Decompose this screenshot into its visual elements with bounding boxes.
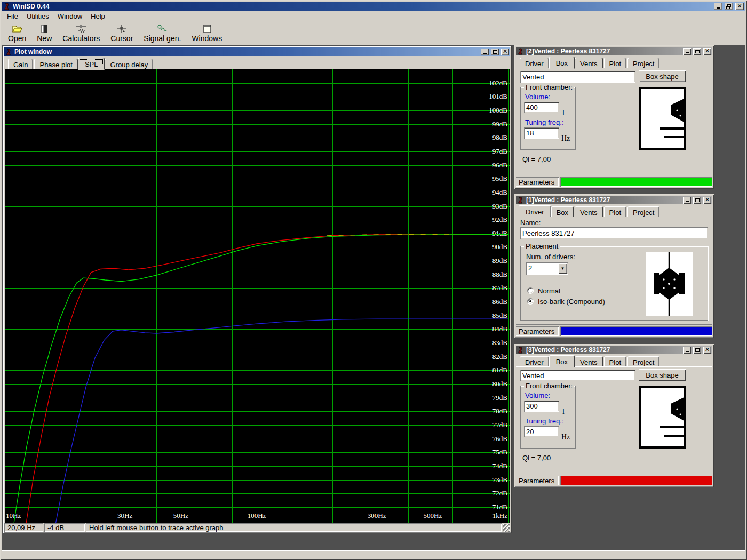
spl-red-curve[interactable] (23, 234, 508, 523)
maximize-button[interactable] (693, 48, 701, 55)
windows-button[interactable]: Windows (186, 22, 227, 45)
plot-window: Plot window ✕ Gain Phase plot SPL Group … (3, 46, 512, 533)
menu-utilities[interactable]: Utilities (22, 12, 53, 21)
calculators-button[interactable]: Calculators (57, 22, 105, 45)
signal-generator-icon (156, 24, 169, 34)
box-shape-button[interactable]: Box shape (639, 70, 686, 82)
winisd-application-window: WinISD 0.44 ✕ File Utilities Window Help… (0, 0, 747, 560)
tuning-freq-input[interactable] (524, 426, 559, 437)
y-axis-tick-label: 75dB (492, 448, 508, 456)
maximize-button[interactable] (693, 347, 701, 354)
plot-window-titlebar[interactable]: Plot window ✕ (4, 47, 510, 56)
minimize-button[interactable] (683, 347, 691, 354)
ql-value: Ql = 7,00 (522, 454, 551, 462)
y-axis-tick-label: 99dB (492, 120, 508, 128)
box-type-field[interactable] (520, 370, 635, 381)
project-2-titlebar[interactable]: [2]Vented : Peerless 831727 ✕ (516, 47, 712, 55)
y-axis-tick-label: 78dB (492, 407, 508, 415)
menu-window[interactable]: Window (53, 12, 86, 21)
x-axis-tick-label: 50Hz (173, 511, 188, 519)
close-button[interactable]: ✕ (703, 197, 711, 204)
driver-name-input[interactable] (520, 227, 708, 239)
volume-input[interactable] (524, 401, 559, 412)
tab-driver[interactable]: Driver (520, 58, 549, 68)
y-axis-tick-label: 97dB (492, 147, 508, 155)
open-button[interactable]: Open (3, 22, 31, 45)
new-document-icon (38, 24, 50, 34)
spl-chart[interactable]: 102dB101dB100dB99dB98dB97dB96dB95dB94dB9… (5, 69, 510, 523)
num-drivers-combo[interactable]: 2 ▼ (526, 262, 568, 275)
close-button[interactable]: ✕ (703, 48, 711, 55)
name-label: Name: (520, 219, 541, 227)
spl-plot-area[interactable]: 102dB101dB100dB99dB98dB97dB96dB95dB94dB9… (5, 69, 510, 523)
x-axis-tick-label: 300Hz (368, 511, 386, 519)
tuning-freq-input[interactable] (524, 127, 559, 139)
toolbar-label: Signal gen. (144, 34, 181, 43)
maximize-button[interactable] (693, 197, 701, 204)
tab-vents[interactable]: Vents (575, 206, 603, 217)
tab-plot[interactable]: Plot (604, 58, 626, 68)
box-type-field[interactable] (520, 71, 635, 83)
y-axis-tick-label: 76dB (492, 435, 508, 443)
tab-gain[interactable]: Gain (8, 59, 33, 69)
status-hint: Hold left mouse button to trace active g… (86, 523, 502, 532)
y-axis-tick-label: 81dB (492, 366, 508, 374)
toolbar-label: New (37, 34, 52, 43)
tab-project[interactable]: Project (627, 356, 659, 367)
plot-window-title: Plot window (14, 48, 479, 55)
tab-box[interactable]: Box (549, 355, 575, 367)
main-titlebar[interactable]: WinISD 0.44 ✕ (2, 2, 745, 11)
parameters-row: Parameters (516, 476, 712, 485)
spl-blue-curve[interactable] (51, 319, 508, 523)
project-1-titlebar[interactable]: [1]Vented : Peerless 831727 ✕ (516, 196, 712, 204)
placement-label: Placement (524, 242, 560, 250)
minimize-button[interactable] (683, 197, 691, 204)
y-axis-tick-label: 92dB (492, 215, 508, 223)
chevron-down-icon[interactable]: ▼ (558, 263, 567, 274)
restore-button[interactable] (725, 3, 733, 10)
close-button[interactable]: ✕ (501, 49, 509, 55)
tab-spl[interactable]: SPL (78, 58, 105, 70)
spl-green-curve[interactable] (10, 235, 508, 523)
tab-vents[interactable]: Vents (575, 58, 603, 68)
minimize-button[interactable] (683, 48, 691, 55)
cursor-button[interactable]: Cursor (105, 22, 138, 45)
mdi-workspace: Plot window ✕ Gain Phase plot SPL Group … (2, 45, 745, 550)
y-axis-tick-label: 91dB (492, 229, 508, 237)
new-button[interactable]: New (31, 22, 57, 45)
radio-normal[interactable] (527, 287, 534, 294)
menu-help[interactable]: Help (86, 12, 109, 21)
tab-phase-plot[interactable]: Phase plot (34, 59, 77, 69)
minimize-button[interactable] (481, 49, 489, 55)
menu-file[interactable]: File (3, 12, 22, 21)
tab-project[interactable]: Project (627, 206, 659, 217)
tab-driver[interactable]: Driver (519, 205, 551, 218)
tab-vents[interactable]: Vents (575, 356, 603, 367)
vented-box-diagram (639, 386, 686, 449)
volume-unit: l (562, 407, 565, 416)
tab-box[interactable]: Box (551, 206, 574, 217)
resize-grip[interactable] (503, 524, 510, 532)
tab-plot[interactable]: Plot (604, 356, 626, 367)
tab-driver[interactable]: Driver (520, 356, 549, 367)
box-shape-button[interactable]: Box shape (639, 369, 686, 381)
front-chamber-label: Front chamber: (524, 382, 574, 390)
tab-group-delay[interactable]: Group delay (105, 59, 153, 69)
tab-project[interactable]: Project (627, 58, 659, 68)
project-3-tabstrip: Driver Box Vents Plot Project (516, 355, 712, 367)
close-button[interactable]: ✕ (735, 3, 744, 10)
y-axis-tick-label: 90dB (492, 243, 508, 251)
parameters-label: Parameters (516, 326, 559, 336)
tuning-freq-label: Tuning freq.: (525, 118, 564, 126)
close-button[interactable]: ✕ (703, 347, 711, 354)
num-drivers-value: 2 (528, 264, 532, 272)
maximize-button[interactable] (491, 49, 499, 55)
minimize-button[interactable] (714, 3, 722, 10)
tab-plot[interactable]: Plot (604, 206, 626, 217)
tab-box[interactable]: Box (549, 57, 575, 69)
plot-tabstrip: Gain Phase plot SPL Group delay (4, 57, 510, 69)
radio-isobarik[interactable] (527, 298, 534, 305)
signal-gen-button[interactable]: Signal gen. (138, 22, 186, 45)
project-3-titlebar[interactable]: [3]Vented : Peerless 831727 ✕ (516, 346, 712, 354)
volume-input[interactable] (524, 102, 559, 113)
